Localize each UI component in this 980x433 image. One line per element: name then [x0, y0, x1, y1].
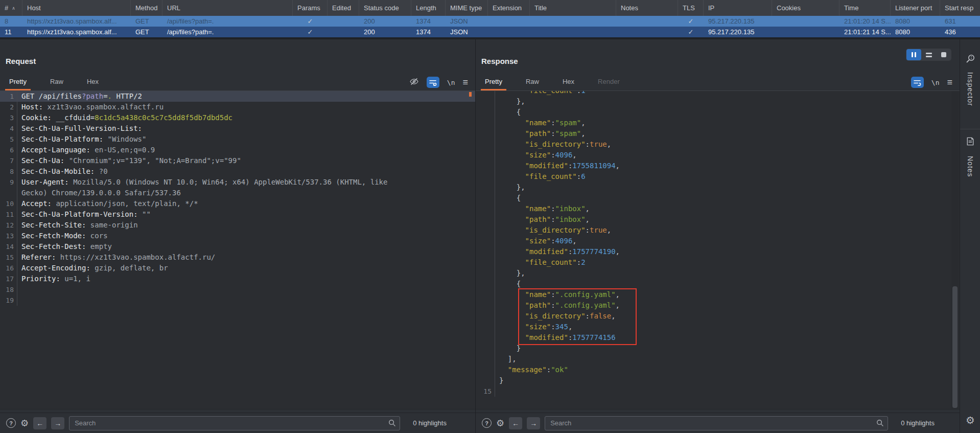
- tab-raw[interactable]: Raw: [524, 73, 541, 90]
- tab-hex[interactable]: Hex: [561, 73, 576, 90]
- request-editor[interactable]: 1GET /api/files?path=. HTTP/22Host: xz1t…: [0, 91, 475, 409]
- line-number: 8: [0, 166, 17, 177]
- pause-button[interactable]: [906, 49, 921, 60]
- inspector-icon[interactable]: [965, 54, 975, 66]
- column-header-params[interactable]: Params: [293, 0, 328, 16]
- table-cell: 1374: [411, 16, 446, 27]
- table-row[interactable]: 8https://xz1t3vao.spambox.alf...GET/api/…: [0, 16, 980, 27]
- request-code-line: 1GET /api/files?path=. HTTP/2: [0, 91, 475, 102]
- column-header-notes[interactable]: Notes: [616, 0, 678, 16]
- request-panel-title: Request: [6, 57, 36, 65]
- response-editor[interactable]: "file_count":1 }, { "name":"spam", "path…: [476, 91, 960, 409]
- response-search-input[interactable]: [545, 416, 888, 430]
- line-number: 17: [0, 274, 17, 284]
- column-header-length[interactable]: Length: [411, 0, 446, 16]
- column-header-title[interactable]: Title: [530, 0, 616, 16]
- table-cell: https://xz1t3vao.spambox.alf...: [22, 27, 131, 37]
- column-header-listener-port[interactable]: Listener port: [891, 0, 940, 16]
- line-number: [476, 343, 495, 354]
- code-text: Cookie: __cfduid=8c1dc5a438c0c5c7c5dd8f5…: [17, 112, 232, 123]
- line-number: 19: [0, 295, 17, 306]
- word-wrap-toggle[interactable]: [911, 77, 924, 88]
- response-code-line: "size":4096,: [476, 236, 960, 246]
- table-cell: 95.217.220.135: [704, 16, 772, 27]
- code-text: }: [495, 375, 503, 386]
- line-number: [476, 246, 495, 257]
- newline-toggle[interactable]: \n: [447, 79, 455, 86]
- code-text: Sec-Ch-Ua-Platform-Version: "": [17, 209, 151, 220]
- prev-match-button[interactable]: ←: [509, 417, 522, 429]
- column-header-tls[interactable]: TLS: [678, 0, 704, 16]
- burp-proxy-window: #∧HostMethodURLParamsEditedStatus codeLe…: [0, 0, 980, 433]
- response-code-line: "size":4096,: [476, 150, 960, 161]
- response-code-line: },: [476, 268, 960, 279]
- request-search-input[interactable]: [69, 416, 400, 430]
- line-number: [476, 91, 495, 96]
- code-text: "size":4096,: [495, 236, 577, 246]
- request-code-line: 13Sec-Fetch-Mode: cors: [0, 231, 475, 241]
- scrollbar-thumb[interactable]: [952, 286, 958, 408]
- request-code-line: 16Accept-Encoding: gzip, deflate, br: [0, 263, 475, 274]
- column-header--[interactable]: #∧: [0, 0, 22, 16]
- hide-nonprintable-icon[interactable]: [409, 77, 419, 88]
- tab-pretty[interactable]: Pretty: [7, 73, 29, 90]
- line-number: [476, 128, 495, 139]
- search-settings-gear-icon[interactable]: ⚙: [20, 419, 29, 428]
- tab-pretty[interactable]: Pretty: [483, 73, 504, 90]
- column-header-ip[interactable]: IP: [704, 0, 772, 16]
- tab-raw[interactable]: Raw: [48, 73, 65, 90]
- stop-button[interactable]: [936, 49, 951, 60]
- line-number: [476, 203, 495, 214]
- response-code-line: "name":"spam",: [476, 118, 960, 128]
- column-header-cookies[interactable]: Cookies: [772, 0, 839, 16]
- notes-icon[interactable]: [966, 136, 975, 148]
- prev-match-button[interactable]: ←: [33, 417, 46, 429]
- request-code-line: 8Sec-Ch-Ua-Mobile: ?0: [0, 166, 475, 177]
- column-header-status-code[interactable]: Status code: [359, 0, 411, 16]
- response-code-line: 15: [476, 386, 960, 397]
- table-cell: JSON: [446, 27, 488, 37]
- column-header-edited[interactable]: Edited: [328, 0, 359, 16]
- newline-toggle[interactable]: \n: [931, 79, 940, 86]
- table-cell: [328, 27, 359, 37]
- response-scrollbar[interactable]: [951, 91, 959, 409]
- rows-view-button[interactable]: [921, 49, 936, 60]
- code-text: "modified":1757774156: [495, 332, 616, 343]
- help-icon[interactable]: ?: [6, 418, 16, 428]
- dock-tab-notes[interactable]: Notes: [966, 156, 974, 177]
- code-text: Sec-Ch-Ua-Full-Version-List:: [17, 123, 142, 134]
- next-match-button[interactable]: →: [527, 417, 540, 429]
- line-number: 13: [0, 231, 17, 241]
- word-wrap-toggle[interactable]: [427, 77, 439, 88]
- table-row[interactable]: 11https://xz1t3vao.spambox.alf...GET/api…: [0, 27, 980, 37]
- table-cell: [616, 27, 678, 37]
- request-code-line: 7Sec-Ch-Ua: "Chromium";v="139", "Not;A=B…: [0, 155, 475, 166]
- next-match-button[interactable]: →: [51, 417, 64, 429]
- request-code-line: 3Cookie: __cfduid=8c1dc5a438c0c5c7c5dd8f…: [0, 112, 475, 123]
- table-cell: ✓: [293, 27, 328, 37]
- table-cell: [530, 27, 616, 37]
- column-header-time[interactable]: Time: [839, 0, 891, 16]
- tab-hex[interactable]: Hex: [85, 73, 101, 90]
- search-settings-gear-icon[interactable]: ⚙: [496, 419, 504, 428]
- column-header-host[interactable]: Host: [22, 0, 131, 16]
- line-number: 7: [0, 155, 17, 166]
- table-cell: ✓: [678, 16, 704, 27]
- help-icon[interactable]: ?: [482, 418, 492, 428]
- dock-settings-gear-icon[interactable]: ⚙: [966, 416, 975, 425]
- response-code-line: "path":".config.yaml",: [476, 300, 960, 311]
- column-header-method[interactable]: Method: [131, 0, 162, 16]
- column-header-start-resp[interactable]: Start resp: [940, 0, 980, 16]
- column-header-url[interactable]: URL: [162, 0, 293, 16]
- dock-tab-inspector[interactable]: Inspector: [966, 72, 974, 106]
- response-code-line: {: [476, 107, 960, 118]
- code-text: Gecko) Chrome/139.0.0.0 Safari/537.36: [17, 188, 181, 198]
- column-header-extension[interactable]: Extension: [488, 0, 530, 16]
- editor-menu-icon[interactable]: ≡: [462, 78, 468, 87]
- line-number: [476, 182, 495, 193]
- editor-menu-icon[interactable]: ≡: [947, 78, 952, 87]
- column-header-mime-type[interactable]: MIME type: [446, 0, 488, 16]
- request-searchbox: [69, 416, 400, 430]
- line-number: 11: [0, 209, 17, 220]
- search-icon: [876, 419, 884, 429]
